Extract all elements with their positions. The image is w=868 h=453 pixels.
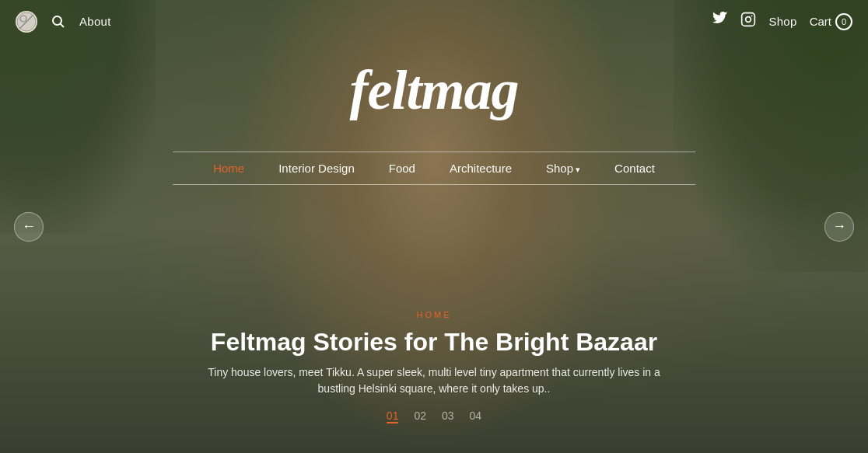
shop-link[interactable]: Shop [768,15,796,28]
slide-indicator-1[interactable]: 01 [387,409,399,422]
hero-description: Tiny house lovers, meet Tikku. A super s… [201,364,667,397]
about-link[interactable]: About [79,15,111,28]
nav-item-interior-design[interactable]: Interior Design [261,160,372,176]
category-tag: HOME [201,310,667,319]
hero-content: HOME Feltmag Stories for The Bright Baza… [201,310,667,422]
slide-indicators: 01 02 03 04 [201,409,667,422]
hero-title: Feltmag Stories for The Bright Bazaar [201,327,667,357]
svg-point-7 [751,16,753,17]
svg-line-4 [61,23,65,27]
nav-item-contact[interactable]: Contact [597,160,672,176]
site-title: feltmag [350,58,519,123]
top-bar-left: About [16,11,111,33]
next-slide-button[interactable]: → [824,212,854,242]
search-button[interactable] [51,15,65,29]
instagram-icon[interactable] [740,12,756,31]
cart-button[interactable]: Cart 0 [810,13,852,30]
svg-rect-5 [742,13,755,26]
nav-item-food[interactable]: Food [372,160,432,176]
logo-icon[interactable] [16,11,37,33]
cart-count: 0 [835,13,852,30]
slide-indicator-2[interactable]: 02 [414,409,426,422]
svg-point-3 [53,16,61,25]
prev-slide-button[interactable]: ← [14,212,44,242]
nav-item-shop[interactable]: Shop [529,160,597,176]
twitter-icon[interactable] [712,12,728,31]
hero-section: About Shop Cart 0 [0,0,868,453]
slide-indicator-3[interactable]: 03 [442,409,454,422]
cart-label: Cart [810,15,831,28]
nav-item-architecture[interactable]: Architecture [432,160,529,176]
top-bar: About Shop Cart 0 [0,0,868,43]
nav-item-home[interactable]: Home [196,160,261,176]
top-bar-right: Shop Cart 0 [712,12,852,31]
main-nav: Home Interior Design Food Architecture S… [173,152,695,185]
slide-indicator-4[interactable]: 04 [470,409,482,422]
svg-point-6 [746,17,751,23]
